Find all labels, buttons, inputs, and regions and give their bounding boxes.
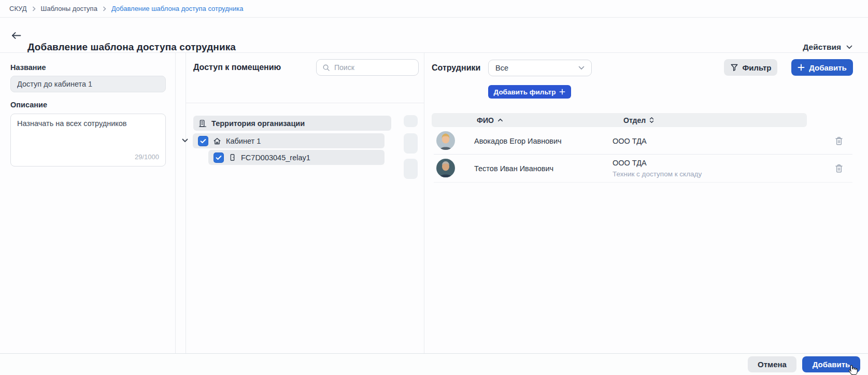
search-icon	[322, 64, 330, 72]
chevron-right-icon	[32, 6, 36, 11]
add-filter-button-label: Добавить фильтр	[494, 88, 556, 96]
submit-button-label: Добавить	[813, 360, 850, 369]
room-panel-title: Доступ к помещению	[193, 63, 281, 72]
column-header-dept[interactable]: Отдел	[623, 113, 654, 127]
checkbox-cabinet-checked[interactable]	[198, 136, 208, 146]
check-icon	[200, 138, 206, 144]
employee-position: Техник с доступом к складу	[613, 170, 702, 178]
house-icon	[213, 137, 221, 145]
checkbox-relay-checked[interactable]	[214, 152, 224, 163]
cancel-button-label: Отмена	[758, 360, 787, 369]
employee-name: Тестов Иван Иванович	[474, 164, 553, 173]
chevron-down-icon	[846, 45, 852, 49]
column-header-label: ФИО	[477, 116, 494, 124]
arrow-left-icon	[11, 32, 21, 39]
tree-node-label: FC7D003045_relay1	[241, 154, 310, 162]
char-counter: 29/1000	[135, 152, 159, 162]
actions-menu-button[interactable]: Действия	[803, 43, 852, 52]
trash-icon	[835, 136, 843, 146]
add-employee-button[interactable]: Добавить	[791, 59, 853, 76]
row-divider	[434, 182, 852, 183]
trash-icon	[835, 164, 843, 173]
name-field-label: Название	[10, 63, 46, 72]
description-textarea[interactable]: Назначать на всех сотрудников 29/1000	[10, 114, 166, 166]
footer-bar	[0, 353, 868, 375]
avatar	[436, 131, 455, 150]
tree-expander-chevron-icon[interactable]	[182, 137, 190, 144]
breadcrumb-item-current[interactable]: Добавление шаблона доступа сотрудника	[111, 5, 244, 12]
page-header: Добавление шаблона доступа сотрудника Де…	[0, 18, 868, 53]
back-button[interactable]	[10, 30, 22, 40]
cancel-button[interactable]: Отмена	[748, 356, 796, 372]
panel-divider	[175, 53, 176, 353]
avatar	[436, 159, 455, 177]
plus-icon	[559, 89, 565, 95]
chevron-down-icon	[578, 66, 585, 70]
employee-name: Авокадов Егор Иавнович	[474, 137, 562, 146]
tree-node-label: Территория организации	[211, 119, 305, 128]
filter-button[interactable]: Фильтр	[724, 59, 777, 76]
panel-divider	[186, 53, 186, 353]
breadcrumb: СКУД Шаблоны доступа Добавление шаблона …	[0, 0, 868, 18]
name-input[interactable]	[10, 76, 166, 92]
collapsed-column-cell	[404, 133, 418, 154]
filter-button-label: Фильтр	[743, 63, 772, 72]
collapsed-column-cell	[404, 115, 418, 127]
check-icon	[216, 155, 222, 160]
submit-button[interactable]: Добавить	[802, 356, 860, 372]
panel-divider	[424, 53, 424, 353]
actions-menu-label: Действия	[803, 43, 841, 52]
column-header-label: Отдел	[623, 116, 646, 124]
tree-node-label: Кабинет 1	[226, 137, 261, 145]
door-icon	[229, 154, 236, 161]
chevron-right-icon	[103, 6, 106, 11]
building-icon	[198, 119, 207, 128]
description-field-label: Описание	[10, 101, 47, 109]
employee-department: ООО ТДА	[613, 159, 647, 168]
employee-scope-value: Все	[495, 64, 508, 72]
breadcrumb-item-templates[interactable]: Шаблоны доступа	[41, 5, 97, 12]
row-divider	[434, 154, 852, 155]
description-text: Назначать на всех сотрудников	[17, 119, 127, 128]
breadcrumb-item-skud[interactable]: СКУД	[9, 5, 27, 12]
delete-employee-button[interactable]	[834, 136, 844, 146]
add-filter-button[interactable]: Добавить фильтр	[488, 85, 571, 99]
employee-department: ООО ТДА	[613, 137, 647, 146]
plus-icon	[798, 64, 805, 71]
collapsed-column-cell	[404, 159, 418, 179]
employees-panel-title: Сотрудники	[432, 63, 480, 73]
sort-asc-icon	[497, 118, 503, 122]
add-employee-button-label: Добавить	[809, 63, 847, 72]
sort-both-icon	[649, 117, 654, 123]
search-placeholder: Поиск	[334, 63, 354, 72]
app-root: СКУД Шаблоны доступа Добавление шаблона …	[0, 0, 868, 375]
employee-scope-select[interactable]: Все	[488, 60, 592, 76]
room-search-input[interactable]: Поиск	[316, 59, 419, 76]
tree-node-cabinet[interactable]: Кабинет 1	[193, 133, 385, 148]
page-title: Добавление шаблона доступа сотрудника	[27, 41, 236, 53]
delete-employee-button[interactable]	[834, 163, 844, 174]
tree-node-territory[interactable]: Территория организации	[193, 116, 391, 131]
section-divider	[186, 103, 424, 103]
funnel-icon	[730, 63, 738, 72]
tree-node-relay[interactable]: FC7D003045_relay1	[208, 150, 385, 165]
column-header-fio[interactable]: ФИО	[477, 113, 503, 127]
